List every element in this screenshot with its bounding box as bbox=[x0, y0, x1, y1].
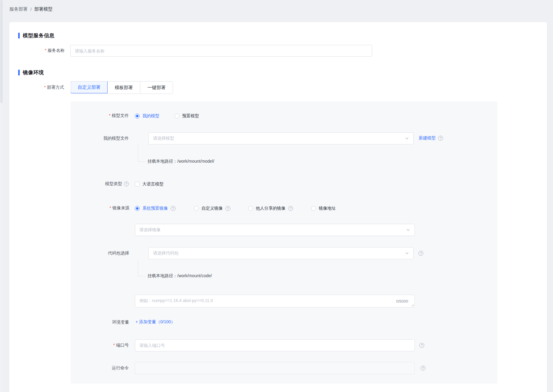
service-name-label: *服务名称 bbox=[22, 48, 65, 53]
tree-connector bbox=[138, 145, 146, 162]
breadcrumb-current: 部署模型 bbox=[34, 6, 52, 12]
code-package-label: 代码包选择 bbox=[83, 250, 129, 256]
model-type-label: 模型类型 bbox=[83, 181, 129, 187]
run-command-help-icon[interactable] bbox=[421, 366, 425, 370]
image-select[interactable]: 请选择镜像 bbox=[135, 224, 415, 236]
system-image-help-icon[interactable] bbox=[171, 206, 175, 211]
radio-checked-icon[interactable] bbox=[135, 114, 140, 118]
required-mark: * bbox=[44, 85, 46, 90]
pip-requirements-textarea[interactable] bbox=[135, 295, 415, 307]
section-accent-bar bbox=[18, 33, 20, 38]
port-help-icon[interactable] bbox=[419, 343, 424, 348]
section-service-title: 模型服务信息 bbox=[23, 32, 55, 39]
env-vars-label: 环境变量 bbox=[83, 319, 129, 325]
section-image-env: 镜像环境 bbox=[18, 69, 44, 76]
char-counter: 0/5000 bbox=[396, 299, 408, 304]
radio-unchecked-icon[interactable] bbox=[248, 206, 253, 211]
content-card: 模型服务信息 *服务名称 镜像环境 *部署方式 自定义部署 模板部署 一键部署 … bbox=[9, 22, 547, 392]
image-source-shared[interactable]: 他人分享的镜像 bbox=[248, 206, 293, 211]
add-env-var-link[interactable]: + 添加变量（0/100） bbox=[135, 319, 175, 325]
radio-unchecked-icon[interactable] bbox=[311, 206, 316, 211]
my-model-select[interactable]: 请选择模型 bbox=[148, 132, 414, 145]
run-command-label: 运行命令 bbox=[83, 365, 129, 371]
run-command-input[interactable] bbox=[135, 362, 415, 374]
radio-checked-icon[interactable] bbox=[135, 206, 140, 211]
pip-requirements-wrap: 0/5000 bbox=[135, 295, 415, 307]
port-label: *端口号 bbox=[83, 342, 129, 348]
image-source-label: *镜像来源 bbox=[83, 205, 129, 211]
deploy-model-page: 服务部署 / 部署模型 模型服务信息 *服务名称 镜像环境 *部署方式 自定义部… bbox=[0, 0, 553, 392]
tree-connector bbox=[138, 259, 146, 276]
checkbox-icon[interactable] bbox=[135, 182, 140, 187]
service-name-input[interactable] bbox=[70, 45, 372, 57]
tab-onekey-deploy[interactable]: 一键部署 bbox=[140, 81, 173, 94]
model-type-checkbox-row[interactable]: 大语言模型 bbox=[135, 181, 164, 187]
breadcrumb-parent[interactable]: 服务部署 bbox=[9, 6, 28, 12]
deploy-mode-tabs: 自定义部署 模板部署 一键部署 bbox=[71, 81, 173, 94]
image-source-custom[interactable]: 自定义镜像 bbox=[194, 206, 230, 211]
section-service-info: 模型服务信息 bbox=[18, 32, 55, 39]
breadcrumb: 服务部署 / 部署模型 bbox=[9, 6, 52, 12]
tab-template-deploy[interactable]: 模板部署 bbox=[108, 81, 140, 94]
image-source-system[interactable]: 系统预置镜像 bbox=[135, 206, 175, 211]
custom-deploy-panel: *模型文件 我的模型 预置模型 我的模型文件 请选择模型 新建模型 bbox=[71, 101, 497, 384]
code-mount-path: 挂载本地路径：/work/mount/code/ bbox=[148, 273, 212, 279]
custom-image-help-icon[interactable] bbox=[225, 206, 230, 211]
required-mark: * bbox=[45, 48, 46, 53]
chevron-down-icon bbox=[405, 136, 409, 141]
required-mark: * bbox=[110, 205, 111, 210]
left-scrollbar-track[interactable] bbox=[0, 0, 3, 392]
new-model-link[interactable]: 新建模型 bbox=[419, 135, 436, 141]
breadcrumb-separator: / bbox=[30, 7, 32, 12]
shared-image-help-icon[interactable] bbox=[288, 206, 293, 211]
tab-custom-deploy[interactable]: 自定义部署 bbox=[71, 81, 108, 93]
new-model-row: 新建模型 bbox=[419, 135, 443, 141]
new-model-help-icon[interactable] bbox=[438, 136, 443, 141]
model-file-radio-preset[interactable]: 预置模型 bbox=[175, 113, 199, 119]
radio-unchecked-icon[interactable] bbox=[175, 114, 179, 118]
chevron-down-icon bbox=[405, 251, 409, 255]
radio-unchecked-icon[interactable] bbox=[194, 206, 199, 211]
required-mark: * bbox=[109, 113, 111, 118]
required-mark: * bbox=[113, 343, 115, 347]
code-package-select[interactable]: 请选择代码包 bbox=[148, 247, 414, 259]
left-scrollbar-thumb[interactable] bbox=[0, 0, 3, 103]
model-mount-path: 挂载本地路径：/work/mount/model/ bbox=[148, 159, 214, 164]
model-file-radio-my[interactable]: 我的模型 bbox=[135, 113, 159, 119]
deploy-mode-label: *部署方式 bbox=[22, 85, 64, 90]
resize-handle-icon[interactable] bbox=[411, 304, 414, 307]
section-accent-bar bbox=[18, 70, 20, 75]
model-file-label: *模型文件 bbox=[83, 113, 129, 118]
image-source-address[interactable]: 镜像地址 bbox=[311, 206, 336, 211]
port-input[interactable] bbox=[135, 339, 415, 351]
code-package-help-icon[interactable] bbox=[418, 251, 423, 256]
section-image-title: 镜像环境 bbox=[23, 69, 44, 76]
my-model-file-label: 我的模型文件 bbox=[83, 135, 129, 141]
model-type-help-icon[interactable] bbox=[124, 181, 129, 186]
chevron-down-icon bbox=[406, 228, 410, 232]
